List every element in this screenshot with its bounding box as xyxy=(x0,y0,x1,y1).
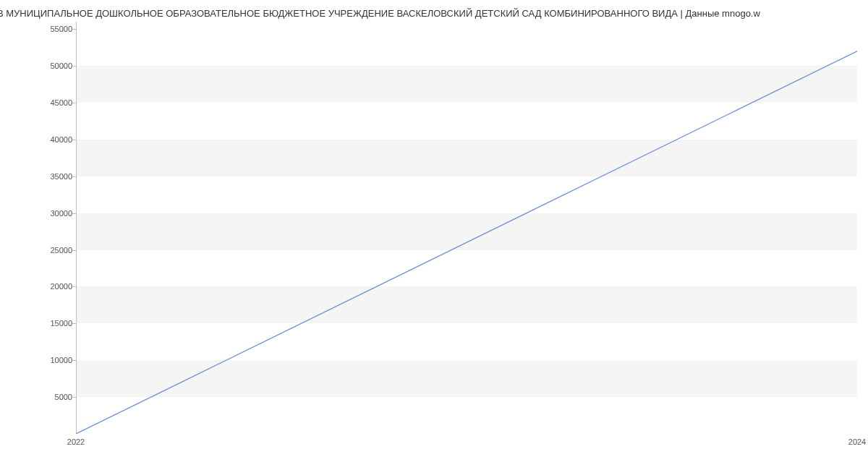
y-tick-label: 25000 xyxy=(29,246,72,255)
y-tick-label: 20000 xyxy=(29,282,72,291)
line-plot xyxy=(76,22,857,434)
x-tick-label: 2022 xyxy=(67,437,85,446)
chart-area: 5000100001500020000250003000035000400004… xyxy=(76,22,857,434)
y-tick-label: 30000 xyxy=(29,209,72,218)
plot-region xyxy=(76,22,857,434)
y-tick-label: 10000 xyxy=(29,356,72,364)
y-tick-label: 55000 xyxy=(29,25,72,33)
y-tick-label: 50000 xyxy=(29,61,72,70)
y-tick-label: 15000 xyxy=(29,319,72,328)
y-tick-label: 35000 xyxy=(29,172,72,181)
y-tick-label: 45000 xyxy=(29,98,72,107)
y-tick-label: 5000 xyxy=(29,393,72,401)
y-tick-label: 40000 xyxy=(29,135,72,144)
data-series-line xyxy=(76,51,857,434)
x-tick-label: 2024 xyxy=(848,437,866,446)
chart-title: ЛАТА В МУНИЦИПАЛЬНОЕ ДОШКОЛЬНОЕ ОБРАЗОВА… xyxy=(0,4,760,19)
